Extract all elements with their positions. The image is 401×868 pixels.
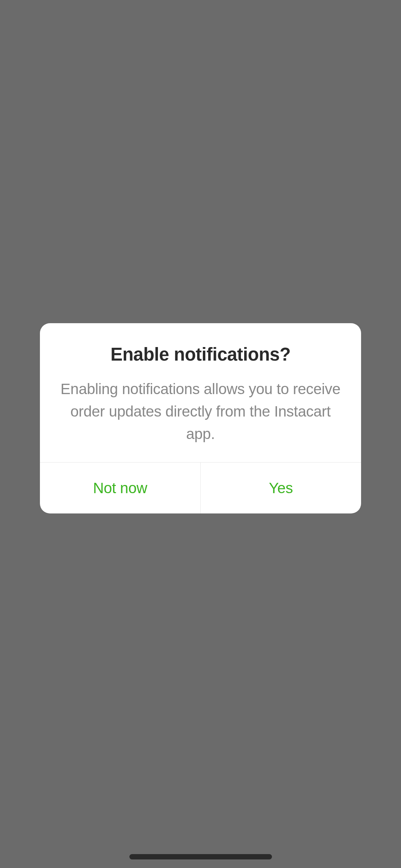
dialog-title: Enable notifications? — [57, 344, 344, 365]
dialog-message: Enabling notifications allows you to rec… — [57, 378, 344, 445]
yes-button[interactable]: Yes — [201, 463, 361, 513]
not-now-button[interactable]: Not now — [40, 463, 201, 513]
home-indicator[interactable] — [129, 854, 272, 859]
notification-permission-dialog: Enable notifications? Enabling notificat… — [40, 323, 361, 513]
dialog-content: Enable notifications? Enabling notificat… — [40, 323, 361, 462]
dialog-button-row: Not now Yes — [40, 462, 361, 513]
